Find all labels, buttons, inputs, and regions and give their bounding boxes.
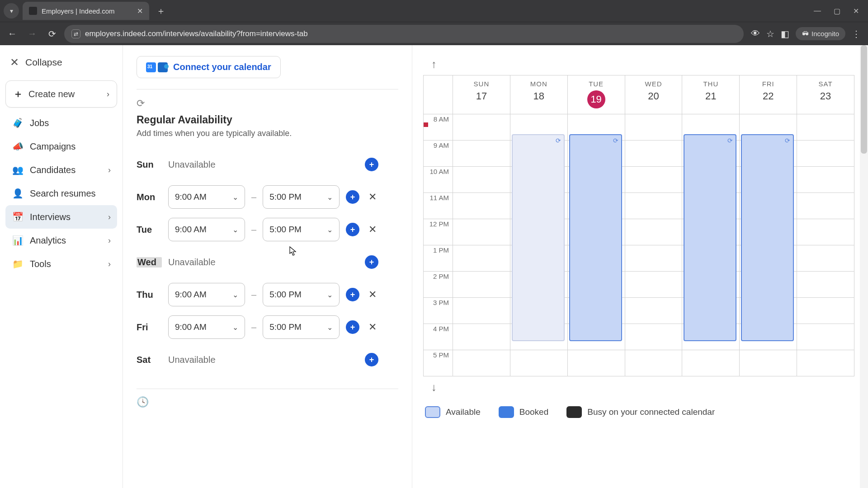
connect-calendar-button[interactable]: Connect your calendar [137, 56, 281, 78]
scrollbar-thumb[interactable] [861, 45, 867, 154]
calendar-cell[interactable] [739, 350, 797, 376]
forward-button[interactable]: → [24, 26, 40, 42]
day-number: 21 [682, 90, 739, 102]
calendar-cell[interactable] [682, 350, 739, 376]
scroll-up-button[interactable]: ↑ [423, 56, 854, 75]
chevron-right-icon: › [108, 236, 111, 245]
add-slot-button[interactable]: + [365, 255, 378, 269]
week-grid: SUN 17MON 18TUE 19WED 20THU 21FRI 22SAT … [423, 75, 854, 376]
eye-off-icon[interactable]: 👁 [751, 28, 760, 39]
calendar-cell[interactable] [453, 192, 510, 219]
end-time-select[interactable]: 5:00 PM⌄ [263, 283, 340, 306]
legend-booked-label: Booked [519, 407, 548, 417]
add-slot-button[interactable]: + [346, 320, 359, 334]
calendar-cell[interactable] [625, 192, 682, 219]
add-slot-button[interactable]: + [346, 223, 359, 236]
browser-tab[interactable]: Employers | Indeed.com ✕ [23, 2, 149, 20]
close-icon: ✕ [10, 56, 19, 69]
start-time-select[interactable]: 9:00 AM⌄ [168, 185, 245, 209]
remove-slot-button[interactable]: ✕ [366, 288, 379, 301]
calendar-cell[interactable] [625, 245, 682, 271]
create-new-button[interactable]: ＋ Create new › [5, 80, 117, 108]
bookmark-star-icon[interactable]: ☆ [766, 28, 774, 39]
calendar-cell[interactable] [797, 271, 854, 297]
sidebar-item-analytics[interactable]: 📊 Analytics › [5, 229, 117, 252]
availability-block[interactable]: ⟳ [512, 134, 565, 341]
end-time-select[interactable]: 5:00 PM⌄ [263, 185, 340, 209]
minimize-icon[interactable]: — [814, 7, 821, 15]
sidebar-item-candidates[interactable]: 👥 Candidates › [5, 158, 117, 182]
calendar-cell[interactable] [625, 114, 682, 140]
availability-block[interactable]: ⟳ [569, 134, 622, 341]
add-slot-button[interactable]: + [365, 353, 378, 366]
briefcase-icon: 🧳 [12, 117, 24, 128]
add-slot-button[interactable]: + [365, 158, 378, 171]
remove-slot-button[interactable]: ✕ [366, 223, 379, 236]
day-label: Thu [137, 290, 162, 300]
scroll-down-button[interactable]: ↓ [423, 376, 854, 398]
end-time-select[interactable]: 5:00 PM⌄ [263, 218, 340, 241]
start-time-select[interactable]: 9:00 AM⌄ [168, 283, 245, 306]
back-button[interactable]: ← [5, 26, 20, 42]
calendar-cell[interactable] [453, 166, 510, 192]
calendar-cell[interactable] [797, 140, 854, 166]
sync-icon[interactable]: ⟳ [137, 98, 145, 109]
calendar-cell[interactable] [625, 350, 682, 376]
start-time-select[interactable]: 9:00 AM⌄ [168, 218, 245, 241]
calendar-cell[interactable] [567, 350, 625, 376]
sidebar-item-campaigns[interactable]: 📣 Campaigns [5, 135, 117, 158]
calendar-cell[interactable] [797, 219, 854, 245]
calendar-cell[interactable] [797, 166, 854, 192]
day-label: Tue [137, 225, 162, 235]
add-slot-button[interactable]: + [346, 190, 359, 204]
calendar-cell[interactable] [625, 297, 682, 324]
calendar-cell[interactable] [797, 297, 854, 324]
availability-block[interactable]: ⟳ [741, 134, 794, 341]
calendar-cell[interactable] [797, 245, 854, 271]
remove-slot-button[interactable]: ✕ [366, 320, 379, 334]
chevron-right-icon: › [108, 165, 111, 175]
tab-search-button[interactable]: ▾ [4, 3, 19, 19]
calendar-cell[interactable] [453, 140, 510, 166]
site-info-icon[interactable]: ⇄ [71, 29, 80, 38]
close-window-icon[interactable]: ✕ [853, 7, 859, 15]
page-scrollbar[interactable] [860, 45, 868, 488]
reload-button[interactable]: ⟳ [44, 26, 60, 42]
maximize-icon[interactable]: ▢ [834, 7, 840, 15]
close-tab-icon[interactable]: ✕ [137, 7, 143, 15]
calendar-cell[interactable] [453, 297, 510, 324]
new-tab-button[interactable]: ＋ [153, 5, 169, 17]
calendar-cell[interactable] [453, 271, 510, 297]
collapse-button[interactable]: ✕ Collapse [5, 52, 117, 77]
sidebar-item-search-resumes[interactable]: 👤 Search resumes [5, 182, 117, 205]
calendar-cell[interactable] [625, 219, 682, 245]
calendar-cell[interactable] [453, 245, 510, 271]
side-panel-icon[interactable]: ◧ [781, 28, 789, 39]
calendar-cell[interactable] [453, 219, 510, 245]
calendar-cell[interactable] [625, 271, 682, 297]
calendar-cell[interactable] [510, 350, 567, 376]
incognito-badge[interactable]: 🕶 Incognito [796, 27, 845, 40]
calendar-cell[interactable] [453, 324, 510, 350]
calendar-cell[interactable] [625, 324, 682, 350]
day-header-sat: SAT 23 [797, 75, 854, 114]
kebab-menu-icon[interactable]: ⋮ [852, 28, 861, 39]
sidebar-item-interviews[interactable]: 📅 Interviews › [5, 205, 117, 229]
legend-available-label: Available [446, 407, 481, 417]
calendar-cell[interactable] [453, 350, 510, 376]
calendar-cell[interactable] [625, 166, 682, 192]
calendar-cell[interactable] [453, 114, 510, 140]
add-slot-button[interactable]: + [346, 288, 359, 301]
calendar-cell[interactable] [797, 350, 854, 376]
calendar-cell[interactable] [797, 114, 854, 140]
calendar-cell[interactable] [625, 140, 682, 166]
calendar-cell[interactable] [797, 192, 854, 219]
sidebar-item-tools[interactable]: 📁 Tools › [5, 252, 117, 276]
end-time-select[interactable]: 5:00 PM⌄ [263, 315, 340, 339]
calendar-cell[interactable] [797, 324, 854, 350]
sidebar-item-jobs[interactable]: 🧳 Jobs [5, 111, 117, 135]
url-field[interactable]: ⇄ employers.indeed.com/interviews/availa… [64, 25, 744, 43]
availability-block[interactable]: ⟳ [684, 134, 736, 341]
start-time-select[interactable]: 9:00 AM⌄ [168, 315, 245, 339]
remove-slot-button[interactable]: ✕ [366, 190, 379, 204]
